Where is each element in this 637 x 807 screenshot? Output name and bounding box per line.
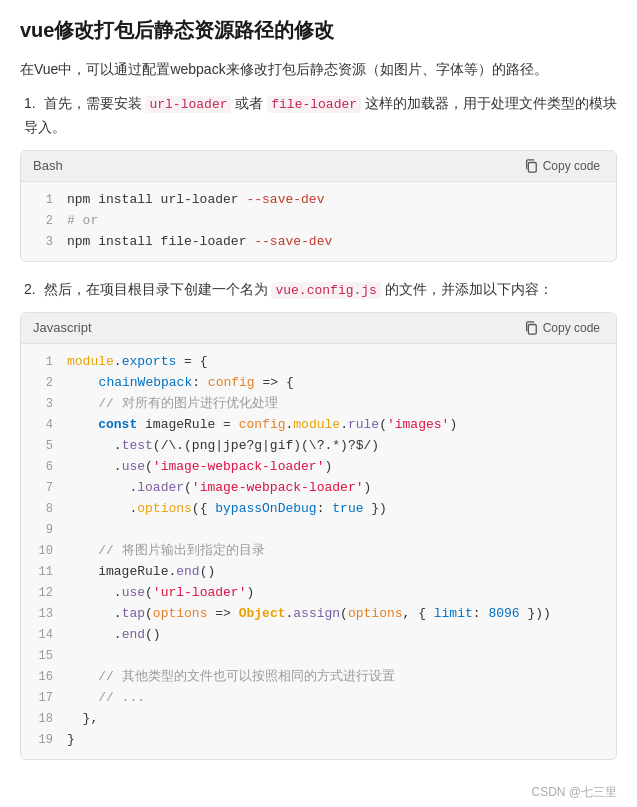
- js-line-8: 8 .options({ bypassOnDebug: true }): [21, 499, 616, 520]
- bash-lang-label: Bash: [33, 158, 63, 173]
- js-line-4: 4 const imageRule = config.module.rule('…: [21, 415, 616, 436]
- ln-15: 15: [31, 647, 53, 666]
- lc-13: .tap(options => Object.assign(options, {…: [67, 604, 606, 625]
- bash-line-3: 3 npm install file-loader --save-dev: [21, 232, 616, 253]
- step1-num: 1.: [24, 92, 36, 116]
- step2-before: 然后，在项目根目录下创建一个名为: [44, 281, 272, 297]
- lc-9: [67, 520, 606, 541]
- js-line-5: 5 .test(/\.(png|jpe?g|gif)(\?.*)?$/): [21, 436, 616, 457]
- lc-7: .loader('image-webpack-loader'): [67, 478, 606, 499]
- js-line-10: 10 // 将图片输出到指定的目录: [21, 541, 616, 562]
- js-code-header: Javascript Copy code: [21, 313, 616, 344]
- js-line-18: 18 },: [21, 709, 616, 730]
- lc-11: imageRule.end(): [67, 562, 606, 583]
- js-copy-label: Copy code: [543, 321, 600, 335]
- lc-3: // 对所有的图片进行优化处理: [67, 394, 606, 415]
- ln-1: 1: [31, 353, 53, 372]
- js-line-1: 1 module.exports = {: [21, 352, 616, 373]
- js-line-11: 11 imageRule.end(): [21, 562, 616, 583]
- lc-8: .options({ bypassOnDebug: true }): [67, 499, 606, 520]
- bash-linecontent-2: # or: [67, 211, 606, 232]
- js-line-16: 16 // 其他类型的文件也可以按照相同的方式进行设置: [21, 667, 616, 688]
- step1-before: 首先，需要安装: [44, 95, 146, 111]
- ln-9: 9: [31, 521, 53, 540]
- js-line-17: 17 // ...: [21, 688, 616, 709]
- lc-17: // ...: [67, 688, 606, 709]
- js-line-3: 3 // 对所有的图片进行优化处理: [21, 394, 616, 415]
- js-line-14: 14 .end(): [21, 625, 616, 646]
- footer-text: CSDN @七三里: [531, 785, 617, 799]
- bash-linenum-2: 2: [31, 212, 53, 231]
- js-lang-label: Javascript: [33, 320, 92, 335]
- lc-19: }: [67, 730, 606, 751]
- lc-12: .use('url-loader'): [67, 583, 606, 604]
- js-line-13: 13 .tap(options => Object.assign(options…: [21, 604, 616, 625]
- ln-13: 13: [31, 605, 53, 624]
- lc-4: const imageRule = config.module.rule('im…: [67, 415, 606, 436]
- bash-copy-button[interactable]: Copy code: [520, 157, 604, 175]
- ln-18: 18: [31, 710, 53, 729]
- ln-14: 14: [31, 626, 53, 645]
- lc-18: },: [67, 709, 606, 730]
- bash-linecontent-1: npm install url-loader --save-dev: [67, 190, 606, 211]
- js-line-12: 12 .use('url-loader'): [21, 583, 616, 604]
- step1-mid: 或者: [231, 95, 267, 111]
- ln-16: 16: [31, 668, 53, 687]
- js-code-body: 1 module.exports = { 2 chainWebpack: con…: [21, 344, 616, 759]
- article-desc: 在Vue中，可以通过配置webpack来修改打包后静态资源（如图片、字体等）的路…: [20, 58, 617, 82]
- ln-19: 19: [31, 731, 53, 750]
- copy-icon-js: [524, 321, 538, 335]
- step2-code1: vue.config.js: [271, 282, 380, 299]
- js-line-2: 2 chainWebpack: config => {: [21, 373, 616, 394]
- js-line-7: 7 .loader('image-webpack-loader'): [21, 478, 616, 499]
- ln-12: 12: [31, 584, 53, 603]
- lc-1: module.exports = {: [67, 352, 606, 373]
- js-code-block: Javascript Copy code 1 module.exports = …: [20, 312, 617, 760]
- step2-after: 的文件，并添加以下内容：: [381, 281, 553, 297]
- csdn-footer: CSDN @七三里: [20, 776, 617, 801]
- lc-6: .use('image-webpack-loader'): [67, 457, 606, 478]
- step2-num: 2.: [24, 278, 36, 302]
- page-container: vue修改打包后静态资源路径的修改 在Vue中，可以通过配置webpack来修改…: [0, 0, 637, 807]
- ln-3: 3: [31, 395, 53, 414]
- bash-code-block: Bash Copy code 1 npm install url-loader …: [20, 150, 617, 262]
- svg-rect-0: [528, 162, 536, 172]
- ln-7: 7: [31, 479, 53, 498]
- js-copy-button[interactable]: Copy code: [520, 319, 604, 337]
- bash-linenum-3: 3: [31, 233, 53, 252]
- article-title: vue修改打包后静态资源路径的修改: [20, 16, 617, 44]
- ln-6: 6: [31, 458, 53, 477]
- svg-rect-1: [528, 324, 536, 334]
- bash-linenum-1: 1: [31, 191, 53, 210]
- ln-5: 5: [31, 437, 53, 456]
- js-line-15: 15: [21, 646, 616, 667]
- lc-5: .test(/\.(png|jpe?g|gif)(\?.*)?$/): [67, 436, 606, 457]
- bash-linecontent-3: npm install file-loader --save-dev: [67, 232, 606, 253]
- ln-4: 4: [31, 416, 53, 435]
- ln-2: 2: [31, 374, 53, 393]
- copy-icon: [524, 159, 538, 173]
- ln-11: 11: [31, 563, 53, 582]
- bash-code-body: 1 npm install url-loader --save-dev 2 # …: [21, 182, 616, 261]
- step2-text: 2. 然后，在项目根目录下创建一个名为 vue.config.js 的文件，并添…: [20, 278, 617, 302]
- lc-10: // 将图片输出到指定的目录: [67, 541, 606, 562]
- js-line-6: 6 .use('image-webpack-loader'): [21, 457, 616, 478]
- bash-line-2: 2 # or: [21, 211, 616, 232]
- lc-15: [67, 646, 606, 667]
- ln-8: 8: [31, 500, 53, 519]
- bash-code-header: Bash Copy code: [21, 151, 616, 182]
- js-line-9: 9: [21, 520, 616, 541]
- bash-copy-label: Copy code: [543, 159, 600, 173]
- js-line-19: 19 }: [21, 730, 616, 751]
- ln-17: 17: [31, 689, 53, 708]
- step1-code2: file-loader: [267, 96, 361, 113]
- step1-text: 1. 首先，需要安装 url-loader 或者 file-loader 这样的…: [20, 92, 617, 140]
- lc-16: // 其他类型的文件也可以按照相同的方式进行设置: [67, 667, 606, 688]
- lc-14: .end(): [67, 625, 606, 646]
- ln-10: 10: [31, 542, 53, 561]
- lc-2: chainWebpack: config => {: [67, 373, 606, 394]
- step1-code1: url-loader: [145, 96, 231, 113]
- bash-line-1: 1 npm install url-loader --save-dev: [21, 190, 616, 211]
- desc-text: 在Vue中，可以通过配置webpack来修改打包后静态资源（如图片、字体等）的路…: [20, 61, 548, 77]
